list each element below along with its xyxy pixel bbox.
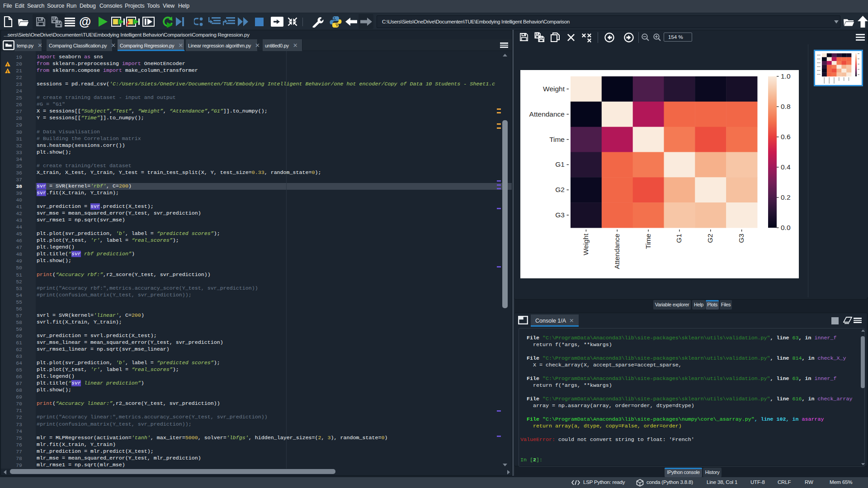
svg-text:1.0: 1.0: [781, 72, 791, 80]
svg-text:0.0: 0.0: [781, 224, 791, 231]
svg-text:G1: G1: [555, 160, 565, 168]
svg-text:Attendance: Attendance: [529, 110, 565, 118]
svg-text:G1: G1: [675, 234, 683, 243]
svg-text:Time: Time: [644, 234, 652, 249]
svg-text:0.6: 0.6: [781, 133, 791, 141]
svg-text:Weight: Weight: [582, 233, 590, 255]
svg-text:G2: G2: [706, 234, 714, 243]
svg-text:0.8: 0.8: [781, 103, 791, 110]
svg-text:G3: G3: [555, 211, 565, 219]
svg-text:G2: G2: [555, 186, 565, 193]
svg-text:0.4: 0.4: [781, 163, 791, 171]
svg-text:Weight: Weight: [543, 85, 565, 93]
svg-text:Attendance: Attendance: [613, 234, 621, 269]
svg-text:G3: G3: [737, 234, 745, 243]
svg-text:Time: Time: [549, 136, 565, 143]
svg-text:0.2: 0.2: [781, 193, 791, 201]
